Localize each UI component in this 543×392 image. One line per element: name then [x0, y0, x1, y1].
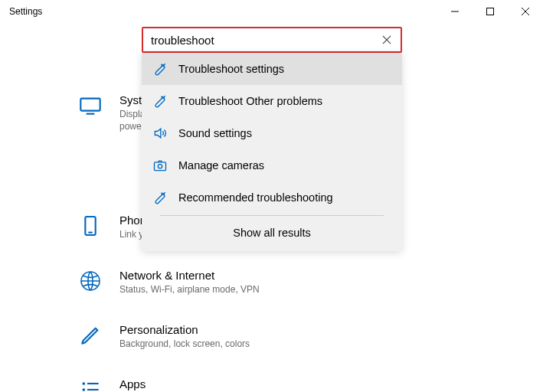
- show-all-results[interactable]: Show all results: [142, 217, 402, 250]
- search-result-label: Sound settings: [178, 127, 252, 139]
- category-description: Background, lock screen, colors: [119, 338, 250, 350]
- clear-search-button[interactable]: [376, 29, 397, 51]
- pen-icon: [77, 322, 104, 349]
- wrench-icon: [152, 61, 168, 77]
- globe-icon: [77, 267, 104, 295]
- search-result-label: Manage cameras: [178, 159, 264, 172]
- search-result-label: Recommended troubleshooting: [178, 191, 333, 204]
- phone-icon: [77, 212, 104, 240]
- maximize-button[interactable]: [473, 0, 508, 23]
- wrench-icon: [152, 190, 168, 205]
- search-result-label: Troubleshoot settings: [178, 63, 284, 75]
- search-result-item[interactable]: Sound settings: [142, 117, 402, 149]
- category-title: Network & Internet: [119, 269, 260, 282]
- camera-icon: [152, 158, 168, 173]
- apps-icon: [77, 376, 104, 392]
- speaker-icon: [152, 126, 168, 141]
- search-result-item[interactable]: Troubleshoot settings: [142, 53, 402, 85]
- category-personalization[interactable]: PersonalizationBackground, lock screen, …: [77, 322, 287, 350]
- search-result-label: Troubleshoot Other problems: [178, 95, 322, 107]
- search-result-item[interactable]: Manage cameras: [142, 149, 402, 181]
- search-results: Troubleshoot settingsTroubleshoot Other …: [142, 53, 402, 251]
- minimize-button[interactable]: [437, 0, 473, 23]
- monitor-icon: [77, 92, 104, 119]
- category-title: Apps: [119, 377, 265, 390]
- search-result-item[interactable]: Recommended troubleshooting: [142, 181, 402, 214]
- window-title: Settings: [9, 6, 42, 17]
- wrench-icon: [152, 93, 168, 109]
- results-divider: [160, 215, 384, 216]
- search-input[interactable]: [151, 34, 376, 47]
- search-box: [142, 27, 402, 53]
- category-title: Personalization: [119, 323, 250, 336]
- category-apps[interactable]: AppsUninstall, defaults, optional featur…: [77, 376, 287, 392]
- search-result-item[interactable]: Troubleshoot Other problems: [142, 85, 402, 117]
- titlebar: Settings: [0, 0, 543, 23]
- svg-rect-1: [487, 8, 494, 15]
- search-container: Troubleshoot settingsTroubleshoot Other …: [142, 27, 402, 251]
- category-description: Status, Wi-Fi, airplane mode, VPN: [119, 283, 260, 296]
- category-network-internet[interactable]: Network & InternetStatus, Wi-Fi, airplan…: [77, 267, 287, 296]
- window-controls: [437, 0, 543, 23]
- close-button[interactable]: [508, 0, 543, 23]
